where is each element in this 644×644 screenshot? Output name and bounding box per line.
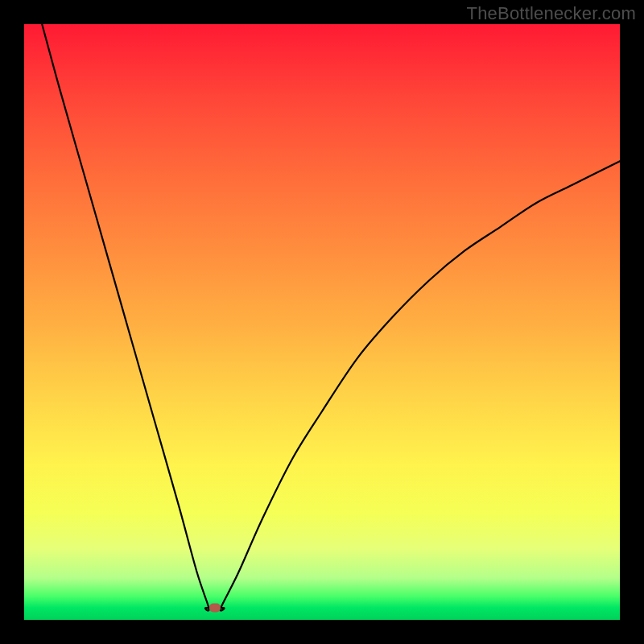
chart-frame: TheBottlenecker.com bbox=[0, 0, 644, 644]
watermark-text: TheBottlenecker.com bbox=[467, 3, 636, 24]
plot-area bbox=[24, 24, 620, 620]
bottleneck-curve bbox=[24, 24, 620, 620]
minimum-marker bbox=[209, 604, 221, 613]
